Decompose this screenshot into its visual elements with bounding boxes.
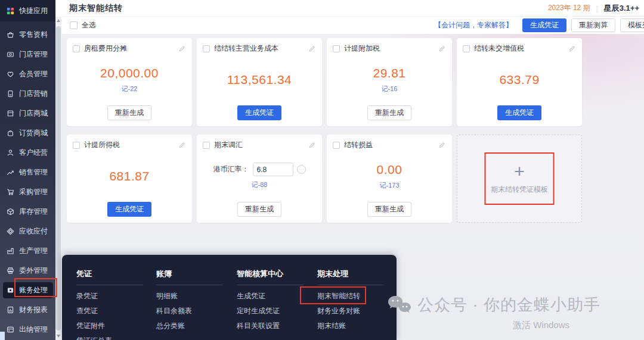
menu-column-title: 账簿: [156, 269, 223, 278]
generate-voucher-button[interactable]: 生成凭证: [237, 105, 281, 120]
sidebar-item-store-management[interactable]: 门店管理: [0, 45, 55, 64]
plus-icon: +: [514, 163, 525, 180]
card-checkbox[interactable]: [203, 45, 210, 52]
menu-item-detail-ledger[interactable]: 明细账: [156, 292, 223, 300]
expert-answer-link[interactable]: 【会计问题，专家解答】: [434, 20, 513, 30]
card-checkbox[interactable]: [333, 45, 340, 52]
sidebar-item-cashier-management[interactable]: 出纳管理: [0, 320, 55, 339]
voucher-link[interactable]: 记-88: [252, 180, 268, 189]
card-carryover-profit-loss: 结转损益 0.00 记-173 重新生成: [327, 135, 452, 223]
sidebar-item-inventory-management[interactable]: 库存管理: [0, 202, 55, 222]
edit-pencil-icon[interactable]: [308, 45, 316, 53]
sidebar-item-label: 门店商城: [19, 108, 48, 118]
sidebar-item-purchase-management[interactable]: 采购管理: [0, 182, 55, 202]
edit-pencil-icon[interactable]: [308, 141, 316, 149]
receivable-payable-icon: [7, 227, 14, 235]
card-checkbox[interactable]: [463, 45, 470, 52]
voucher-link[interactable]: 记-22: [122, 85, 138, 93]
sidebar-item-retail-data[interactable]: 零售资料: [0, 25, 55, 45]
annotation-box-add-template[interactable]: + 期末结转凭证模板: [485, 152, 555, 205]
menu-divider: [317, 285, 384, 285]
generate-voucher-button[interactable]: 生成凭证: [522, 18, 566, 32]
hkd-rate-label: 港币汇率：: [213, 164, 249, 174]
title-row: 期末智能结转 2023年 12 期 | 星辰3.1++: [61, 0, 644, 17]
cashier-management-icon: [7, 326, 14, 333]
hkd-rate-input[interactable]: [253, 163, 293, 176]
menu-divider: [237, 285, 304, 285]
sidebar-item-customer-operation[interactable]: 客户经营: [0, 143, 55, 163]
sidebar-item-label: 应收应付: [19, 226, 48, 236]
sidebar-item-label: 财务报表: [19, 305, 48, 315]
template-list-button[interactable]: 模板列表: [620, 18, 644, 32]
card-checkbox[interactable]: [333, 142, 340, 149]
menu-item-account-balance[interactable]: 科目余额表: [156, 307, 223, 315]
sidebar-item-sales-management[interactable]: 销售管理: [0, 163, 55, 182]
quick-apps-icon: [7, 7, 14, 15]
card-amount: 20,000.00: [100, 66, 159, 80]
card-amount: 681.87: [109, 169, 149, 183]
vertical-scrollbar[interactable]: [55, 17, 61, 340]
order-mall-icon: [7, 129, 14, 137]
accounting-period: 2023年 12 期: [548, 3, 590, 13]
regenerate-button[interactable]: 重新生成: [107, 105, 151, 120]
scroll-up-arrow-icon[interactable]: [57, 19, 60, 22]
edit-pencil-icon[interactable]: [178, 141, 186, 149]
menu-item-period-end-closing[interactable]: 期末结账: [317, 322, 384, 330]
sidebar: 快捷应用 零售资料 门店管理 会员管理 门店营销: [0, 0, 55, 340]
window-corner-artifact: [0, 332, 5, 340]
sidebar-item-accounting[interactable]: 账务处理: [0, 280, 55, 300]
accounting-mega-menu: 凭证 录凭证 查凭证 凭证附件 凭证汇总表 账簿 明细账 科目余额表 总分类账 …: [62, 255, 397, 340]
edit-pencil-icon[interactable]: [178, 45, 186, 53]
sidebar-item-member-management[interactable]: 会员管理: [0, 64, 55, 84]
menu-column-ledger: 账簿 明细账 科目余额表 总分类账: [156, 269, 223, 330]
sidebar-item-label: 订货商城: [19, 128, 48, 138]
sidebar-item-label: 委外管理: [19, 266, 48, 276]
generate-voucher-button[interactable]: 生成凭证: [107, 202, 151, 217]
edit-pencil-icon[interactable]: [568, 45, 576, 53]
select-all-checkbox[interactable]: [70, 21, 78, 29]
menu-item-enter-voucher[interactable]: 录凭证: [76, 292, 143, 300]
menu-item-voucher-attachment[interactable]: 凭证附件: [76, 322, 143, 330]
outsourcing-management-icon: [7, 267, 14, 275]
inventory-management-icon: [7, 208, 14, 216]
voucher-link[interactable]: 记-16: [382, 85, 398, 93]
card-checkbox[interactable]: [203, 142, 210, 149]
menu-item-period-end-smart-carryover[interactable]: 期末智能结转: [317, 292, 384, 300]
voucher-link[interactable]: 记-173: [379, 181, 399, 190]
card-title: 计提所得税: [84, 140, 120, 150]
sidebar-item-production-management[interactable]: 生产管理: [0, 241, 55, 261]
sidebar-item-financial-report[interactable]: 财务报表: [0, 300, 55, 320]
sidebar-item-store-marketing[interactable]: 门店营销: [0, 84, 55, 104]
sidebar-item-label: 采购管理: [19, 187, 48, 197]
scrollbar-thumb[interactable]: [56, 26, 61, 330]
regenerate-button[interactable]: 重新生成: [237, 202, 281, 217]
regenerate-button[interactable]: 重新生成: [367, 105, 411, 120]
more-options-icon[interactable]: [297, 165, 306, 174]
menu-item-scheduled-voucher[interactable]: 定时生成凭证: [237, 307, 304, 315]
card-checkbox[interactable]: [73, 142, 80, 149]
sidebar-item-receivable-payable[interactable]: 应收应付: [0, 222, 55, 241]
scroll-down-arrow-icon[interactable]: [57, 335, 60, 338]
card-rent-expense-allocation: 房租费用分摊 20,000.00 记-22 重新生成: [67, 38, 192, 126]
sidebar-item-store-mall[interactable]: 门店商城: [0, 104, 55, 123]
financial-report-icon: [7, 306, 14, 314]
regenerate-button[interactable]: 重新生成: [367, 202, 411, 217]
generate-voucher-button[interactable]: 生成凭证: [497, 105, 541, 120]
card-checkbox[interactable]: [73, 45, 80, 52]
sidebar-item-quick-apps[interactable]: 快捷应用: [0, 0, 55, 21]
edit-pencil-icon[interactable]: [438, 45, 446, 53]
card-add-template[interactable]: + 期末结转凭证模板: [457, 135, 582, 223]
menu-item-voucher-summary[interactable]: 凭证汇总表: [76, 336, 143, 340]
sidebar-item-outsourcing-management[interactable]: 委外管理: [0, 261, 55, 280]
recalculate-button[interactable]: 重新测算: [571, 18, 615, 32]
menu-item-account-mapping[interactable]: 科目关联设置: [237, 322, 304, 330]
menu-item-query-voucher[interactable]: 查凭证: [76, 307, 143, 315]
sidebar-item-label: 销售管理: [19, 167, 48, 177]
edit-pencil-icon[interactable]: [438, 141, 446, 149]
retail-data-icon: [7, 31, 14, 39]
menu-item-general-ledger[interactable]: 总分类账: [156, 322, 223, 330]
sidebar-item-label: 零售资料: [19, 30, 48, 40]
sidebar-item-order-mall[interactable]: 订货商城: [0, 123, 55, 143]
menu-item-generate-voucher[interactable]: 生成凭证: [237, 292, 304, 300]
menu-item-finance-business-reconcile[interactable]: 财务业务对账: [317, 307, 384, 315]
